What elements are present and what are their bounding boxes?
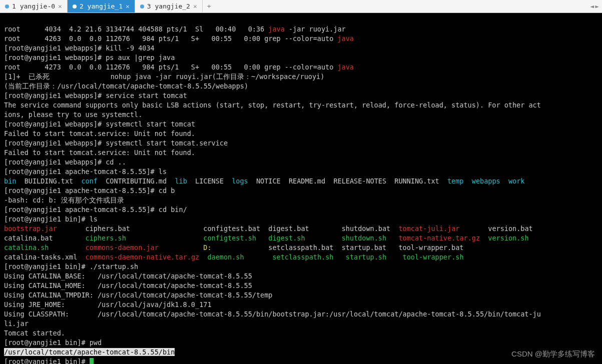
prompt-line: [root@yangjie1 apache-tomcat-8.5.55]# ls	[4, 168, 167, 176]
watermark: CSDN @勤学多练写博客	[511, 350, 595, 359]
tab-label: 2 yangjie_1	[80, 2, 123, 10]
cwd-line: (当前工作目录：/usr/local/tomcat/apache-tomcat-…	[4, 82, 248, 90]
started-msg: Tomcat started.	[4, 329, 65, 337]
close-icon[interactable]: ×	[193, 2, 197, 10]
bash-err: -bash: cd: b: 没有那个文件或目录	[4, 196, 124, 204]
service-msg: The service command supports only basic …	[4, 101, 541, 109]
ps-output: root 4263 0.0 0.0 112676 984 pts/1 S+ 00…	[4, 34, 354, 42]
service-msg: ions, please try to use systemctl.	[4, 110, 142, 118]
ls-output: catalina.sh commons-daemon.jar D: setcla…	[4, 244, 464, 252]
ls-output: catalina-tasks.xml commons-daemon-native…	[4, 253, 464, 261]
tab-label: 1 yangjie-0	[12, 2, 55, 10]
prompt-line: [root@yangjie1 bin]#	[4, 358, 94, 364]
prompt-line: [root@yangjie1 apache-tomcat-8.5.55]# cd…	[4, 186, 175, 194]
tab-dot-icon	[73, 4, 77, 8]
prompt-line: [root@yangjie1 webapps]# systemctl start…	[4, 139, 228, 147]
scroll-right-icon[interactable]: ►	[595, 2, 599, 10]
prompt-line: [root@yangjie1 webapps]# service start t…	[4, 92, 187, 100]
ls-output: catalina.bat ciphers.sh configtest.sh di…	[4, 234, 529, 242]
close-icon[interactable]: ×	[58, 2, 62, 10]
scroll-left-icon[interactable]: ◄	[590, 2, 594, 10]
ls-output: bootstrap.jar ciphers.bat configtest.bat…	[4, 224, 533, 232]
env-line: Using CATALINA_TMPDIR: /usr/local/tomcat…	[4, 291, 272, 299]
cursor-icon	[90, 358, 94, 364]
tab-yangjie-1[interactable]: 2 yangjie_1×	[68, 0, 135, 12]
fail-msg: Failed to start tomcat.service: Unit not…	[4, 130, 195, 138]
prompt-line: [root@yangjie1 apache-tomcat-8.5.55]# cd…	[4, 206, 187, 214]
terminal[interactable]: root 4034 4.2 21.6 3134744 404588 pts/1 …	[0, 13, 602, 364]
pwd-output: /usr/local/tomcat/apache-tomcat-8.5.55/b…	[4, 348, 175, 356]
tab-bar: 1 yangjie-0× 2 yangjie_1× 3 yangjie_2× +…	[0, 0, 602, 13]
tab-dot-icon	[140, 4, 144, 8]
env-line: Using JRE_HOME: /usr/local/java/jdk1.8.0…	[4, 300, 212, 308]
prompt-line: [root@yangjie1 bin]# ./startup.sh	[4, 262, 138, 270]
ps-output: root 4273 0.0 0.0 112676 984 pts/1 S+ 00…	[4, 63, 354, 71]
tab-dot-icon	[5, 4, 9, 8]
fail-msg: Failed to start tomcat.service: Unit not…	[4, 148, 195, 156]
prompt-line: [root@yangjie1 webapps]# cd ..	[4, 158, 126, 166]
close-icon[interactable]: ×	[126, 2, 130, 10]
tab-scroll-arrows: ◄ ►	[590, 2, 602, 10]
ps-output: root 4034 4.2 21.6 3134744 404588 pts/1 …	[4, 25, 346, 33]
add-tab-button[interactable]: +	[203, 2, 216, 10]
nohup-line: [1]+ 已杀死 nohup java -jar ruoyi.jar(工作目录：…	[4, 72, 324, 80]
ls-output: bin BUILDING.txt conf CONTRIBUTING.md li…	[4, 177, 524, 185]
tab-yangjie-0[interactable]: 1 yangjie-0×	[0, 0, 68, 12]
env-line: li.jar	[4, 320, 29, 328]
tab-yangjie-2[interactable]: 3 yangjie_2×	[135, 0, 203, 12]
tab-label: 3 yangjie_2	[147, 2, 190, 10]
prompt-line: [root@yangjie1 bin]# ls	[4, 215, 98, 223]
env-line: Using CATALINA_HOME: /usr/local/tomcat/a…	[4, 282, 252, 290]
prompt-line: [root@yangjie1 webapps]# ps aux |grep ja…	[4, 54, 175, 62]
prompt-line: [root@yangjie1 webapps]# systemctl start…	[4, 120, 195, 128]
prompt-line: [root@yangjie1 bin]# pwd	[4, 338, 102, 346]
prompt-line: [root@yangjie1 webapps]# kill -9 4034	[4, 44, 155, 52]
env-line: Using CATALINA_BASE: /usr/local/tomcat/a…	[4, 272, 252, 280]
env-line: Using CLASSPATH: /usr/local/tomcat/apach…	[4, 310, 541, 318]
